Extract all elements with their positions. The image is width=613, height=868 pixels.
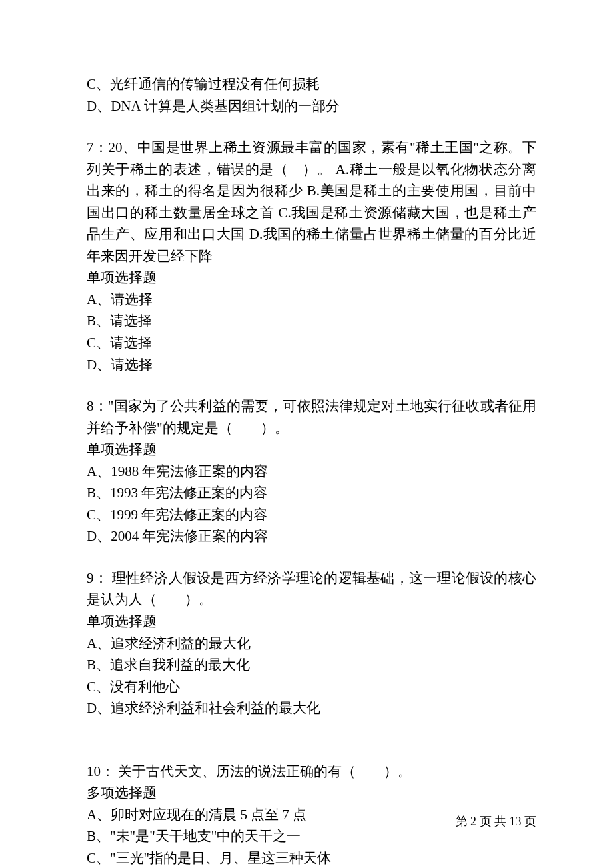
option-d: D、追求经济利益和社会利益的最大化 xyxy=(87,697,536,719)
question-type: 单项选择题 xyxy=(87,611,536,633)
option-a: A、1988 年宪法修正案的内容 xyxy=(87,461,536,483)
question-6-partial: C、光纤通信的传输过程没有任何损耗 D、DNA 计算是人类基因组计划的一部分 xyxy=(87,73,536,117)
option-d: D、2004 年宪法修正案的内容 xyxy=(87,525,536,547)
question-text: 8："国家为了公共利益的需要，可依照法律规定对土地实行征收或者征用并给予补偿"的… xyxy=(87,395,536,439)
question-text: 7：20、中国是世界上稀土资源最丰富的国家，素有"稀土王国"之称。下列关于稀土的… xyxy=(87,137,536,267)
question-text: 9： 理性经济人假设是西方经济学理论的逻辑基础，这一理论假设的核心是认为人（ ）… xyxy=(87,567,536,611)
question-7: 7：20、中国是世界上稀土资源最丰富的国家，素有"稀土王国"之称。下列关于稀土的… xyxy=(87,137,536,375)
question-9: 9： 理性经济人假设是西方经济学理论的逻辑基础，这一理论假设的核心是认为人（ ）… xyxy=(87,567,536,719)
question-text: 10： 关于古代天文、历法的说法正确的有（ ）。 xyxy=(87,761,536,783)
question-type: 多项选择题 xyxy=(87,782,536,804)
question-type: 单项选择题 xyxy=(87,439,536,461)
page-footer: 第 2 页 共 13 页 xyxy=(456,813,537,831)
option-b: B、追求自我利益的最大化 xyxy=(87,654,536,676)
question-type: 单项选择题 xyxy=(87,267,536,289)
question-8: 8："国家为了公共利益的需要，可依照法律规定对土地实行征收或者征用并给予补偿"的… xyxy=(87,395,536,547)
option-b: B、请选择 xyxy=(87,310,536,332)
option-a: A、追求经济利益的最大化 xyxy=(87,633,536,655)
option-c: C、请选择 xyxy=(87,332,536,354)
option-b: B、1993 年宪法修正案的内容 xyxy=(87,482,536,504)
option-c: C、光纤通信的传输过程没有任何损耗 xyxy=(87,73,536,95)
option-d: D、请选择 xyxy=(87,354,536,376)
option-c: C、没有利他心 xyxy=(87,676,536,698)
option-d: D、DNA 计算是人类基因组计划的一部分 xyxy=(87,95,536,117)
option-c: C、1999 年宪法修正案的内容 xyxy=(87,504,536,526)
option-a: A、请选择 xyxy=(87,289,536,311)
option-c: C、"三光"指的是日、月、星这三种天体 xyxy=(87,847,536,868)
